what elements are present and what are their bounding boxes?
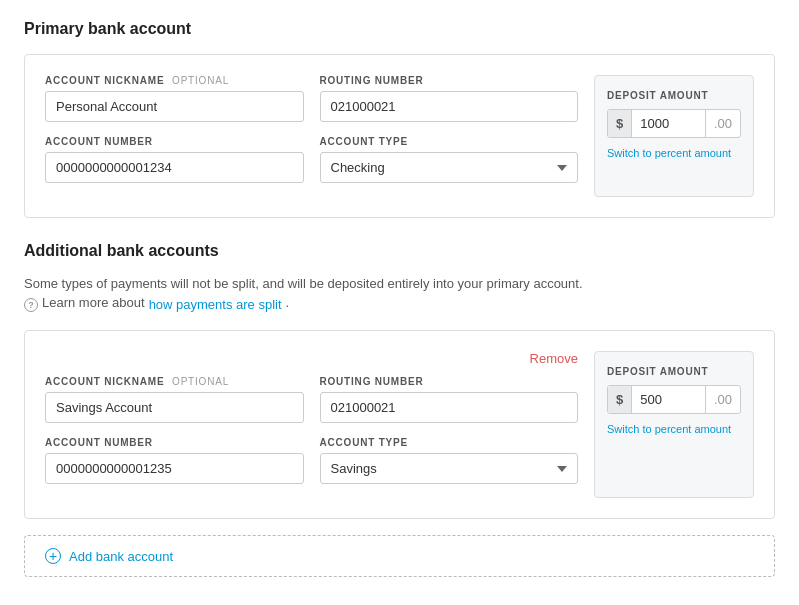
additional-section: Additional bank accounts Some types of p… — [24, 242, 775, 577]
primary-account-type-label: ACCOUNT TYPE — [320, 136, 579, 147]
primary-row-1: ACCOUNT NICKNAME OPTIONAL ROUTING NUMBER — [45, 75, 578, 122]
primary-card: ACCOUNT NICKNAME OPTIONAL ROUTING NUMBER… — [24, 54, 775, 218]
primary-deposit-panel: DEPOSIT AMOUNT $ .00 Switch to percent a… — [594, 75, 754, 197]
additional-account-number-group: ACCOUNT NUMBER — [45, 437, 304, 484]
additional-account-number-label: ACCOUNT NUMBER — [45, 437, 304, 448]
primary-section: Primary bank account ACCOUNT NICKNAME OP… — [24, 20, 775, 218]
primary-section-title: Primary bank account — [24, 20, 775, 38]
additional-account-type-select[interactable]: Checking Savings — [320, 453, 579, 484]
add-bank-account-label: Add bank account — [69, 549, 173, 564]
additional-routing-label: ROUTING NUMBER — [320, 376, 579, 387]
additional-deposit-cents: .00 — [705, 386, 740, 413]
primary-account-type-select[interactable]: Checking Savings — [320, 152, 579, 183]
additional-section-title: Additional bank accounts — [24, 242, 775, 260]
additional-info-text: Some types of payments will not be split… — [24, 276, 775, 291]
primary-deposit-label: DEPOSIT AMOUNT — [607, 90, 708, 101]
primary-nickname-group: ACCOUNT NICKNAME OPTIONAL — [45, 75, 304, 122]
primary-account-number-input[interactable] — [45, 152, 304, 183]
primary-switch-to-percent[interactable]: Switch to percent amount — [607, 146, 731, 161]
additional-nickname-group: ACCOUNT NICKNAME OPTIONAL — [45, 376, 304, 423]
additional-switch-to-percent[interactable]: Switch to percent amount — [607, 422, 731, 437]
additional-routing-group: ROUTING NUMBER — [320, 376, 579, 423]
primary-account-number-label: ACCOUNT NUMBER — [45, 136, 304, 147]
remove-account-link[interactable]: Remove — [45, 351, 578, 366]
primary-row-2: ACCOUNT NUMBER ACCOUNT TYPE Checking Sav… — [45, 136, 578, 183]
additional-deposit-input-row: $ .00 — [607, 385, 741, 414]
add-bank-account-button[interactable]: + Add bank account — [24, 535, 775, 577]
additional-account-type-label: ACCOUNT TYPE — [320, 437, 579, 448]
additional-account-number-input[interactable] — [45, 453, 304, 484]
additional-fields: Remove ACCOUNT NICKNAME OPTIONAL ROUTING… — [45, 351, 578, 498]
additional-card: Remove ACCOUNT NICKNAME OPTIONAL ROUTING… — [24, 330, 775, 519]
primary-nickname-label: ACCOUNT NICKNAME OPTIONAL — [45, 75, 304, 86]
primary-account-number-group: ACCOUNT NUMBER — [45, 136, 304, 183]
learn-more-prefix: Learn more about — [42, 295, 145, 310]
add-icon: + — [45, 548, 61, 564]
additional-deposit-amount-input[interactable] — [632, 386, 705, 413]
learn-more-link[interactable]: how payments are split — [149, 297, 282, 312]
primary-account-type-group: ACCOUNT TYPE Checking Savings — [320, 136, 579, 183]
additional-account-type-group: ACCOUNT TYPE Checking Savings — [320, 437, 579, 484]
additional-deposit-dollar: $ — [608, 386, 632, 413]
primary-deposit-cents: .00 — [705, 110, 740, 137]
info-icon[interactable]: ? — [24, 298, 38, 312]
additional-routing-input[interactable] — [320, 392, 579, 423]
additional-deposit-label: DEPOSIT AMOUNT — [607, 366, 708, 377]
primary-deposit-input-row: $ .00 — [607, 109, 741, 138]
learn-more-row: ? Learn more about how payments are spli… — [24, 295, 775, 314]
additional-nickname-input[interactable] — [45, 392, 304, 423]
additional-row-1: ACCOUNT NICKNAME OPTIONAL ROUTING NUMBER — [45, 376, 578, 423]
primary-routing-group: ROUTING NUMBER — [320, 75, 579, 122]
primary-deposit-dollar: $ — [608, 110, 632, 137]
primary-routing-input[interactable] — [320, 91, 579, 122]
primary-nickname-input[interactable] — [45, 91, 304, 122]
additional-deposit-panel: DEPOSIT AMOUNT $ .00 Switch to percent a… — [594, 351, 754, 498]
primary-deposit-amount-input[interactable] — [632, 110, 705, 137]
primary-fields: ACCOUNT NICKNAME OPTIONAL ROUTING NUMBER… — [45, 75, 578, 197]
learn-more-suffix: . — [286, 295, 290, 310]
additional-nickname-label: ACCOUNT NICKNAME OPTIONAL — [45, 376, 304, 387]
additional-row-2: ACCOUNT NUMBER ACCOUNT TYPE Checking Sav… — [45, 437, 578, 484]
primary-routing-label: ROUTING NUMBER — [320, 75, 579, 86]
